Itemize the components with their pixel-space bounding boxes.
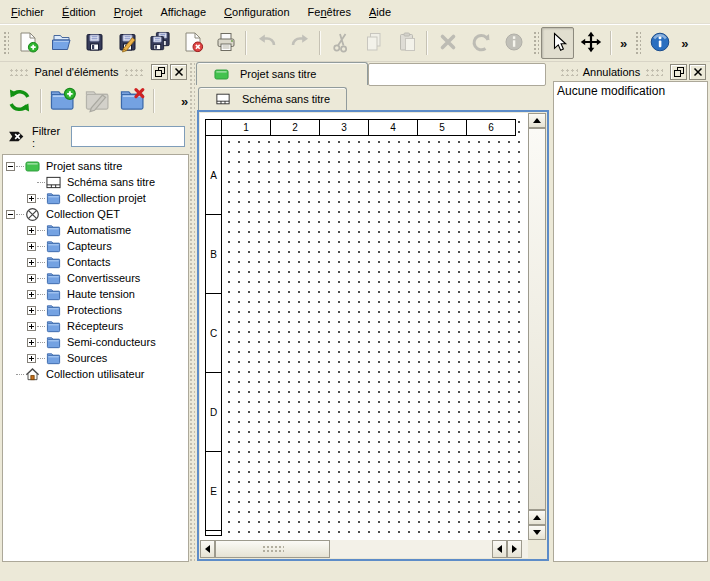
rotate-icon <box>470 31 492 55</box>
open-project-button[interactable] <box>44 27 77 59</box>
select-button[interactable] <box>541 27 574 59</box>
tree-item-semi-conducteurs[interactable]: Semi-conducteurs <box>3 334 188 350</box>
tree-item-schema-sans-titre[interactable]: Schéma sans titre <box>3 174 188 190</box>
move-button[interactable] <box>574 27 607 59</box>
new-category-button[interactable] <box>45 84 80 119</box>
expander-icon[interactable] <box>27 226 36 235</box>
edit-category-icon <box>84 87 111 116</box>
expander-icon[interactable] <box>27 242 36 251</box>
diagram-canvas[interactable]: 123456 ABCDE <box>200 113 528 540</box>
new-document-button[interactable] <box>11 27 44 59</box>
scroll-left-button[interactable] <box>200 540 215 558</box>
tree-item-capteurs[interactable]: Capteurs <box>3 238 188 254</box>
scroll-down-button[interactable] <box>528 525 546 540</box>
close-panel-button[interactable] <box>170 64 187 80</box>
save-all-button[interactable] <box>143 27 176 59</box>
menu-edition[interactable]: Édition <box>53 2 105 22</box>
tab-schema-sans-titre[interactable]: Schéma sans titre <box>198 87 347 110</box>
undo-panel-titlebar[interactable]: Annulations <box>553 62 708 81</box>
tree-item-label: Capteurs <box>67 240 112 252</box>
menu-configuration[interactable]: Configuration <box>215 2 298 22</box>
elements-panel-title: Panel d'éléments <box>34 66 118 78</box>
expander-icon[interactable] <box>27 274 36 283</box>
clear-filter-icon[interactable] <box>6 128 26 145</box>
tree-item-automatisme[interactable]: Automatisme <box>3 222 188 238</box>
folder-icon <box>46 351 63 366</box>
new-document-icon <box>17 31 39 55</box>
expander-icon[interactable] <box>27 306 36 315</box>
tree-item-label: Contacts <box>67 256 110 268</box>
toolbar-overflow-button[interactable]: » <box>676 36 693 51</box>
scroll-right-button[interactable] <box>507 540 522 558</box>
project-icon <box>213 67 230 82</box>
tree-guide-line <box>37 326 45 327</box>
toolbar-overflow-button[interactable]: » <box>615 36 632 51</box>
schema-icon <box>46 175 63 190</box>
tree-item-convertisseurs[interactable]: Convertisseurs <box>3 270 188 286</box>
print-icon <box>215 31 237 55</box>
menu-fenetres[interactable]: Fenêtres <box>299 2 360 22</box>
scroll-up-button[interactable] <box>528 113 546 128</box>
tree-item-contacts[interactable]: Contacts <box>3 254 188 270</box>
expander-icon[interactable] <box>27 338 36 347</box>
tree-item-protections[interactable]: Protections <box>3 302 188 318</box>
save-as-button[interactable] <box>110 27 143 59</box>
scroll-left-button[interactable] <box>492 540 507 558</box>
menu-fichier[interactable]: Fichier <box>2 2 53 22</box>
save-button[interactable] <box>77 27 110 59</box>
scroll-up-button[interactable] <box>528 510 546 525</box>
toolbar-handle[interactable] <box>2 30 9 56</box>
expander-icon[interactable] <box>6 162 15 171</box>
close-panel-button[interactable] <box>689 64 706 80</box>
tree-item-recepteurs[interactable]: Récepteurs <box>3 318 188 334</box>
toolbar-separator <box>153 89 155 113</box>
about-info-button[interactable] <box>643 27 676 59</box>
tree-item-haute-tension[interactable]: Haute tension <box>3 286 188 302</box>
main-toolbar: »» <box>0 24 710 62</box>
project-tab-bar: Projet sans titre <box>196 62 550 86</box>
cut-icon <box>330 31 352 55</box>
float-panel-button[interactable] <box>670 64 687 80</box>
filter-input[interactable] <box>71 126 185 147</box>
tree-item-label: Protections <box>67 304 122 316</box>
folder-icon <box>46 223 63 238</box>
project-window: Schéma sans titre 123456 ABCDE <box>196 87 550 562</box>
vertical-scroll-thumb[interactable] <box>528 128 546 510</box>
undo-list-item[interactable]: Aucune modification <box>554 82 707 100</box>
toolbar-handle[interactable] <box>532 30 539 56</box>
tab-bar-empty-area <box>368 63 546 86</box>
toolbar-handle[interactable] <box>634 30 641 56</box>
tree-item-label: Semi-conducteurs <box>67 336 156 348</box>
expander-icon[interactable] <box>27 322 36 331</box>
expander-icon[interactable] <box>27 354 36 363</box>
vertical-scrollbar[interactable] <box>528 113 546 540</box>
dock-handle-texture <box>645 68 663 76</box>
tree-item-collection-projet[interactable]: Collection projet <box>3 190 188 206</box>
tree-item-collection-qet[interactable]: Collection QET <box>3 206 188 222</box>
tree-item-label: Récepteurs <box>67 320 123 332</box>
horizontal-scroll-thumb[interactable] <box>215 540 330 558</box>
row-header-column: ABCDE <box>205 135 222 536</box>
delete-category-button[interactable] <box>115 84 150 119</box>
schema-icon <box>215 92 232 107</box>
tree-item-sources[interactable]: Sources <box>3 350 188 366</box>
menu-projet[interactable]: Projet <box>105 2 152 22</box>
menu-affichage[interactable]: Affichage <box>151 2 215 22</box>
expander-icon[interactable] <box>27 194 36 203</box>
tree-item-projet-sans-titre[interactable]: Projet sans titre <box>3 158 188 174</box>
menu-aide[interactable]: Aide <box>360 2 400 22</box>
tree-item-collection-utilisateur[interactable]: Collection utilisateur <box>3 366 188 382</box>
expander-icon[interactable] <box>6 210 15 219</box>
close-project-button[interactable] <box>176 27 209 59</box>
reload-button[interactable] <box>2 84 37 119</box>
expander-icon[interactable] <box>27 258 36 267</box>
float-panel-button[interactable] <box>151 64 168 80</box>
tab-projet-sans-titre[interactable]: Projet sans titre <box>196 62 368 85</box>
elements-panel-titlebar[interactable]: Panel d'éléments <box>2 62 189 81</box>
tree-item-label: Collection utilisateur <box>46 368 144 380</box>
dock-splitter[interactable] <box>189 62 195 562</box>
print-button[interactable] <box>209 27 242 59</box>
expander-icon[interactable] <box>27 290 36 299</box>
undo-button <box>250 27 283 59</box>
horizontal-scrollbar[interactable] <box>200 540 528 558</box>
